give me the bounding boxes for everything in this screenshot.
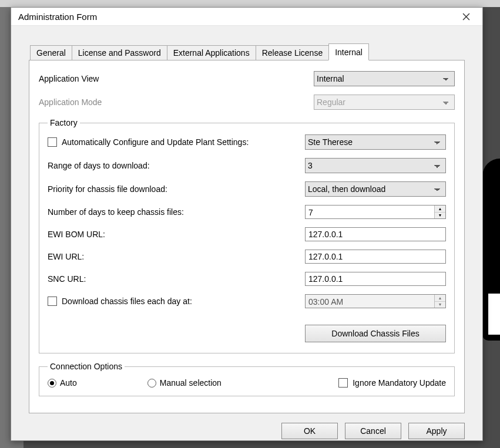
keep-days-input[interactable] bbox=[306, 206, 434, 220]
application-mode-select: Regular bbox=[314, 95, 455, 110]
tab-external-applications[interactable]: External Applications bbox=[167, 45, 256, 60]
download-each-day-label: Download chassis files each day at: bbox=[62, 297, 192, 306]
download-time-input bbox=[306, 295, 434, 309]
radio-icon bbox=[147, 379, 156, 388]
priority-label: Priority for chassis file download: bbox=[48, 184, 305, 194]
apply-button[interactable]: Apply bbox=[408, 423, 465, 439]
application-view-label: Application View bbox=[39, 74, 314, 83]
close-button[interactable] bbox=[454, 8, 478, 25]
internal-tab-panel: Application View Internal Application Mo… bbox=[29, 60, 465, 413]
tab-internal[interactable]: Internal bbox=[328, 43, 369, 60]
window-title: Administration Form bbox=[18, 12, 454, 22]
snc-url-label: SNC URL: bbox=[48, 274, 305, 284]
close-icon bbox=[462, 13, 470, 21]
tab-release-license[interactable]: Release License bbox=[256, 45, 330, 60]
application-mode-label: Application Mode bbox=[39, 97, 314, 107]
factory-group: Factory Automatically Configure and Upda… bbox=[39, 118, 455, 353]
admin-form-dialog: Administration Form General License and … bbox=[11, 7, 483, 441]
keep-days-spinner[interactable]: ▲ ▼ bbox=[305, 205, 446, 219]
download-chassis-files-button[interactable]: Download Chassis Files bbox=[305, 325, 446, 342]
download-time-spinner: ▲ ▼ bbox=[305, 294, 446, 308]
cancel-button[interactable]: Cancel bbox=[345, 423, 401, 439]
connection-manual-radio[interactable]: Manual selection bbox=[147, 378, 222, 388]
ok-button[interactable]: OK bbox=[281, 423, 338, 439]
range-days-label: Range of days to download: bbox=[48, 161, 305, 170]
connection-manual-label: Manual selection bbox=[160, 378, 222, 388]
auto-configure-checkbox[interactable] bbox=[48, 137, 57, 147]
snc-url-input[interactable] bbox=[305, 272, 446, 286]
range-days-select[interactable]: 3 bbox=[305, 158, 446, 173]
spinner-down-icon: ▼ bbox=[435, 302, 445, 308]
ignore-mandatory-update-checkbox[interactable] bbox=[338, 378, 348, 388]
priority-select[interactable]: Local, then download bbox=[305, 181, 446, 197]
ewi-url-input[interactable] bbox=[305, 250, 446, 264]
connection-auto-label: Auto bbox=[60, 378, 77, 388]
spinner-up-icon[interactable]: ▲ bbox=[435, 206, 445, 213]
auto-configure-label: Automatically Configure and Update Plant… bbox=[62, 137, 249, 147]
ignore-mandatory-update-label: Ignore Mandatory Update bbox=[353, 378, 446, 388]
application-view-select[interactable]: Internal bbox=[314, 71, 455, 86]
radio-icon bbox=[48, 379, 56, 388]
factory-legend: Factory bbox=[48, 118, 80, 127]
titlebar: Administration Form bbox=[11, 8, 482, 26]
ewi-bom-url-label: EWI BOM URL: bbox=[48, 230, 305, 239]
spinner-up-icon: ▲ bbox=[435, 295, 445, 302]
tab-license-password[interactable]: License and Password bbox=[72, 45, 167, 60]
connection-auto-radio[interactable]: Auto bbox=[48, 378, 77, 388]
ignore-mandatory-update-checkbox-wrap[interactable]: Ignore Mandatory Update bbox=[338, 378, 446, 388]
download-each-day-checkbox[interactable] bbox=[48, 297, 57, 306]
plant-select[interactable]: Ste Therese bbox=[305, 134, 446, 150]
tab-general[interactable]: General bbox=[30, 45, 72, 60]
keep-days-label: Number of days to keep chassis files: bbox=[48, 207, 305, 217]
content-area: General License and Password External Ap… bbox=[11, 26, 482, 418]
connection-options-legend: Connection Options bbox=[48, 362, 125, 371]
spinner-down-icon[interactable]: ▼ bbox=[435, 213, 445, 219]
tab-strip: General License and Password External Ap… bbox=[29, 43, 465, 60]
connection-options-group: Connection Options Auto Manual selection bbox=[39, 362, 455, 396]
dialog-footer: OK Cancel Apply bbox=[11, 418, 482, 448]
ewi-bom-url-input[interactable] bbox=[305, 227, 446, 241]
ewi-url-label: EWI URL: bbox=[48, 252, 305, 261]
